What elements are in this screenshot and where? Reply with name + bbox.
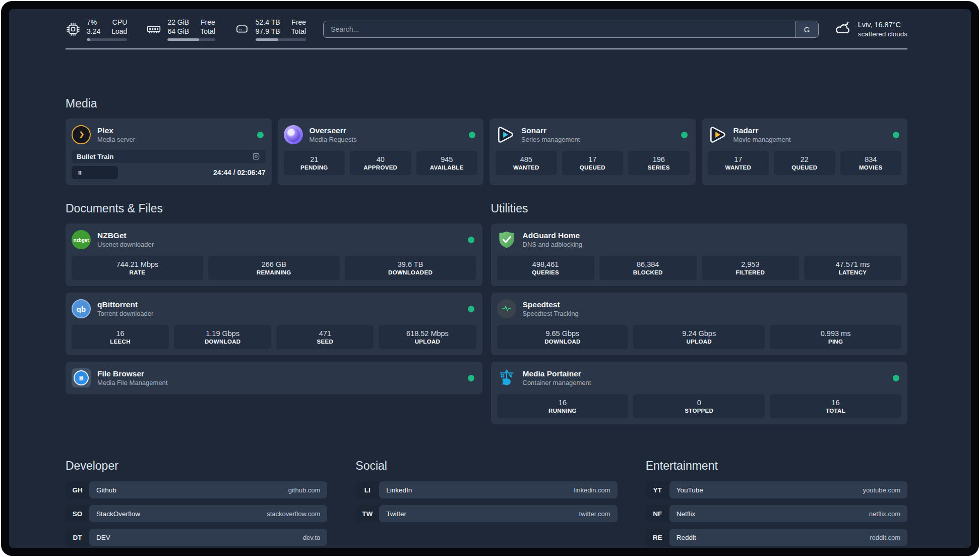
adguard-icon xyxy=(497,230,516,249)
stat-box-queued: 17QUEUED xyxy=(562,151,624,175)
now-playing-title: Bullet Train xyxy=(77,153,114,160)
radarr-icon xyxy=(708,125,727,144)
stat-box-pending: 21PENDING xyxy=(284,151,345,175)
stat-label: Load xyxy=(111,27,127,36)
stat-value: 618.52 Mbps xyxy=(406,329,449,338)
stat-label: REMAINING xyxy=(257,269,291,275)
app-name: qBittorrent xyxy=(97,300,153,309)
status-indicator xyxy=(468,306,474,312)
stat-label: LEECH xyxy=(110,339,130,345)
playback-time: 24:44 / 02:06:47 xyxy=(213,169,266,177)
app-card-media-portainer[interactable]: Media PortainerContainer management16RUN… xyxy=(491,362,908,424)
app-card-nzbget[interactable]: nzbgetNZBGetUsenet downloader744.21 Mbps… xyxy=(66,224,482,286)
stat-value: 47.571 ms xyxy=(836,260,870,268)
link-stackoverflow[interactable]: SOStackOverflowstackoverflow.com xyxy=(66,505,327,522)
link-url: twitter.com xyxy=(579,510,610,518)
stat-label: SEED xyxy=(317,339,334,345)
stat-label: QUERIES xyxy=(532,269,559,275)
weather-widget: Lviv, 16.87°C scattered clouds xyxy=(834,20,907,38)
link-dev[interactable]: DTDEVdev.to xyxy=(66,529,327,546)
stat-value: 485 xyxy=(520,155,532,163)
usage-progress-bar xyxy=(256,38,306,41)
stat-label: WANTED xyxy=(513,164,539,171)
stat-value: 196 xyxy=(653,155,665,163)
sonarr-icon xyxy=(496,125,515,144)
stat-value: 17 xyxy=(734,155,742,163)
section-documents-files: Documents & FilesnzbgetNZBGetUsenet down… xyxy=(66,202,482,401)
stat-box-queries: 498,461QUERIES xyxy=(497,256,594,280)
stat-label: Total xyxy=(200,27,215,36)
app-name: Plex xyxy=(97,126,135,135)
pause-button[interactable] xyxy=(72,166,118,179)
link-abbreviation: NF xyxy=(646,505,669,522)
stat-value: 52.4 TB xyxy=(256,18,280,27)
app-card-overseerr[interactable]: OverseerrMedia Requests21PENDING40APPROV… xyxy=(278,119,484,185)
app-card-plex[interactable]: PlexMedia serverBullet Train24:44 / 02:0… xyxy=(66,119,272,185)
stat-label: UPLOAD xyxy=(415,339,440,345)
stat-label: UPLOAD xyxy=(687,339,712,345)
stat-value: 40 xyxy=(377,155,385,163)
stat-value: 16 xyxy=(116,329,124,338)
link-netflix[interactable]: NFNetflixnetflix.com xyxy=(646,505,907,522)
status-indicator xyxy=(893,132,899,138)
stat-value: 9.65 Gbps xyxy=(545,329,579,338)
stat-value: 16 xyxy=(832,399,840,407)
stat-box-series: 196SERIES xyxy=(628,151,690,175)
status-indicator xyxy=(468,375,474,381)
cloud-icon xyxy=(834,20,852,38)
header-divider xyxy=(66,48,907,49)
app-card-sonarr[interactable]: SonarrSeries management485WANTED17QUEUED… xyxy=(489,119,696,185)
app-card-adguard-home[interactable]: AdGuard HomeDNS and adblocking498,461QUE… xyxy=(491,224,908,286)
stat-label: PING xyxy=(828,339,843,345)
stat-box-movies: 834MOVIES xyxy=(840,151,902,175)
stat-value: 3.24 xyxy=(87,27,100,36)
stat-box-wanted: 17WANTED xyxy=(708,151,769,175)
player-screen-icon[interactable] xyxy=(252,152,261,161)
stat-value: 9.24 Gbps xyxy=(682,329,716,338)
stat-value: 21 xyxy=(310,155,318,163)
stat-label: MOVIES xyxy=(859,164,883,171)
app-card-speedtest[interactable]: SpeedtestSpeedtest Tracking9.65 GbpsDOWN… xyxy=(491,293,908,355)
system-stat-disk: 52.4 TB97.9 TBFreeTotal xyxy=(234,18,306,41)
stat-label: CPU xyxy=(112,18,128,27)
stat-box-download: 9.65 GbpsDOWNLOAD xyxy=(497,325,629,349)
search-input[interactable] xyxy=(324,21,795,37)
middle-sections: Documents & FilesnzbgetNZBGetUsenet down… xyxy=(66,202,907,431)
stat-value: 471 xyxy=(319,329,331,338)
section-utilities: UtilitiesAdGuard HomeDNS and adblocking4… xyxy=(491,202,908,431)
qbittorrent-icon: qb xyxy=(72,299,91,318)
media-section: PlexMedia serverBullet Train24:44 / 02:0… xyxy=(66,119,907,185)
section-title: Entertainment xyxy=(646,459,907,473)
search-engine-button[interactable]: G xyxy=(795,21,818,37)
section-social: SocialLILinkedInlinkedin.comTWTwittertwi… xyxy=(355,459,617,548)
stat-label: STOPPED xyxy=(685,408,713,414)
app-name: Media Portainer xyxy=(523,369,591,378)
link-github[interactable]: GHGithubgithub.com xyxy=(66,481,327,498)
stat-box-blocked: 86,384BLOCKED xyxy=(599,256,697,280)
app-card-qbittorrent[interactable]: qbqBittorrentTorrent downloader16LEECH1.… xyxy=(66,293,482,355)
system-stat-memory: 22 GiB64 GiBFreeTotal xyxy=(146,18,215,41)
app-subtitle: Speedtest Tracking xyxy=(523,309,579,318)
app-card-file-browser[interactable]: File BrowserMedia File Management xyxy=(66,362,482,394)
link-twitter[interactable]: TWTwittertwitter.com xyxy=(355,505,617,522)
link-reddit[interactable]: RERedditreddit.com xyxy=(646,529,907,546)
app-subtitle: Media server xyxy=(97,135,135,144)
stat-value: 22 xyxy=(801,155,809,163)
disk-icon xyxy=(234,22,250,37)
stat-label: RUNNING xyxy=(548,408,577,414)
stat-label: PENDING xyxy=(300,164,328,171)
stat-label: SERIES xyxy=(648,164,670,171)
stat-box-remaining: 266 GBREMAINING xyxy=(208,256,340,280)
stat-box-latency: 47.571 msLATENCY xyxy=(804,256,901,280)
stat-label: Free xyxy=(201,18,215,27)
filebrowser-icon xyxy=(72,368,91,387)
link-abbreviation: RE xyxy=(646,529,669,546)
link-name: Netflix xyxy=(677,510,696,518)
link-linkedin[interactable]: LILinkedInlinkedin.com xyxy=(355,481,617,498)
app-name: Sonarr xyxy=(521,126,580,135)
stat-label: WANTED xyxy=(725,164,751,171)
app-card-radarr[interactable]: RadarrMovie management17WANTED22QUEUED83… xyxy=(702,119,908,185)
link-youtube[interactable]: YTYouTubeyoutube.com xyxy=(646,481,907,498)
app-name: File Browser xyxy=(97,369,167,378)
stat-value: 0.993 ms xyxy=(821,329,851,338)
